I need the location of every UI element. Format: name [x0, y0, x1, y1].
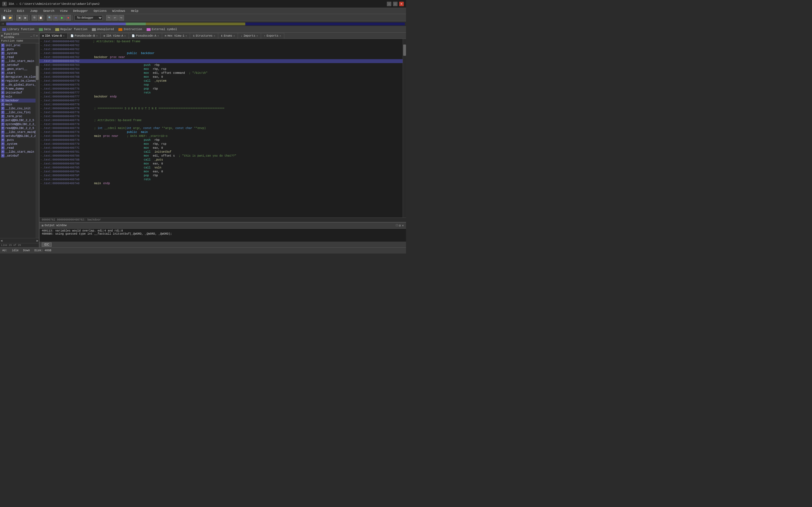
functions-close-btn[interactable]: ✕	[36, 34, 38, 38]
menu-help[interactable]: Help	[128, 9, 141, 13]
fn-item-libc3[interactable]: f __libc_start_main	[0, 150, 36, 154]
fn-item-setvbuf2[interactable]: f setvbuf@@GLIBC_2_2_5	[0, 134, 36, 138]
tab-imports-close[interactable]: ✕	[257, 34, 258, 38]
fn-item-start[interactable]: f _start	[0, 71, 36, 75]
fn-item-system[interactable]: f _system	[0, 51, 36, 55]
functions-list[interactable]: f init_proc f _puts f _system f _read f	[0, 43, 36, 238]
menu-view[interactable]: View	[57, 9, 70, 13]
fn-item-gmon[interactable]: f _gmon_start__	[0, 67, 36, 71]
fn-item-reg[interactable]: f register_tm_clones	[0, 79, 36, 83]
fn-item-puts2[interactable]: f puts@@GLIBC_2_2_5	[0, 118, 36, 122]
tab-exports[interactable]: ↑ Exports ✕	[261, 33, 284, 39]
fn-item-libc2[interactable]: f __libc_start_main@@GLIBC_2_2_5	[0, 130, 36, 134]
fn-item-initsetbuf[interactable]: f initsetbuf	[0, 91, 36, 95]
fn-item-system3[interactable]: f _system	[0, 142, 36, 146]
tab-structures[interactable]: S Structures ✕	[190, 33, 218, 39]
tab-exports-close[interactable]: ✕	[280, 34, 281, 38]
fn-item-csu-init[interactable]: f __libc_csu_init	[0, 107, 36, 110]
code-line-b2: · .text:0000000000400778	[40, 103, 403, 107]
fn-item-read2[interactable]: f read@@GLIBC_2_2_5	[0, 126, 36, 130]
tb-stop[interactable]: ■	[65, 15, 71, 20]
tab-ida-view-b[interactable]: ⊞ IDA View-B ✕	[40, 33, 68, 39]
fn-nav-left[interactable]: ◀	[1, 239, 3, 242]
tab-pseudocode-b[interactable]: 📄 Pseudocode-B ✕	[68, 33, 101, 39]
output-restore-btn[interactable]: □	[396, 224, 398, 227]
tb-copy[interactable]: ⧉	[32, 15, 37, 20]
tab-imports[interactable]: ↓ Imports ✕	[238, 33, 261, 39]
tb-fwd[interactable]: ▶	[22, 15, 28, 20]
menu-options[interactable]: Options	[91, 9, 109, 13]
code-view[interactable]: · .text:0000000000400762 ; Attributes: b…	[40, 39, 403, 217]
fn-item-puts3[interactable]: f _puts	[0, 138, 36, 142]
idc-button[interactable]: IDC	[42, 242, 52, 247]
functions-float-btn[interactable]: □	[33, 34, 35, 38]
tab-hex-close[interactable]: ✕	[186, 34, 187, 38]
tab-pseudocode-a[interactable]: 📄 Pseudocode-A ✕	[129, 33, 162, 39]
code-line-selected[interactable]: · .text:0000000000400762	[40, 59, 403, 63]
fn-item-setvbuf[interactable]: f _setvbuf	[0, 63, 36, 67]
menu-jump[interactable]: Jump	[28, 9, 40, 13]
tb-out[interactable]: ↪	[118, 15, 124, 20]
window-controls: – □ ✕	[387, 2, 404, 6]
fn-item-puts[interactable]: f _puts	[0, 47, 36, 51]
fn-scrollbar[interactable]	[36, 43, 39, 238]
tb-open[interactable]: 📂	[7, 15, 13, 20]
tb-run[interactable]: ▶	[59, 15, 65, 20]
fn-item-global[interactable]: f __do_global_dtors_aux	[0, 83, 36, 87]
menu-edit[interactable]: Edit	[14, 9, 27, 13]
fn-item-backdoor[interactable]: f backdoor	[0, 99, 36, 103]
code-line-int-main: · .text:0000000000400778 ; int __cdecl m…	[40, 126, 403, 130]
fn-item-libc[interactable]: f __libc_start_main	[0, 59, 36, 63]
menu-search[interactable]: Search	[40, 9, 57, 13]
code-scrollbar[interactable]	[403, 39, 406, 217]
maximize-button[interactable]: □	[393, 2, 398, 6]
tab-structures-close[interactable]: ✕	[214, 34, 215, 38]
output-float-btn[interactable]: ⊡	[399, 224, 401, 227]
fn-nav-right[interactable]: ▶	[36, 239, 38, 242]
tab-ida-view-a-close[interactable]: ✕	[124, 34, 126, 38]
tb-back[interactable]: ◀	[16, 15, 22, 20]
fn-item-read3[interactable]: f _read	[0, 146, 36, 150]
fn-item-csu-fini[interactable]: f __libc_csu_fini	[0, 110, 36, 114]
output-close-btn[interactable]: ✕	[402, 224, 404, 227]
tb-hex[interactable]: H	[53, 15, 59, 20]
tab-ida-view-b-close[interactable]: ✕	[63, 34, 64, 38]
tb-paste[interactable]: 📋	[38, 15, 43, 20]
fn-item-system2[interactable]: f system@@GLIBC_2_2_5	[0, 122, 36, 126]
tab-ida-view-a-label: IDA View-A	[106, 34, 123, 38]
code-line-main-proc: · .text:0000000000400778 main proc near …	[40, 134, 403, 138]
menu-debugger[interactable]: Debugger	[70, 9, 91, 13]
fn-item-frame[interactable]: f frame_dummy	[0, 87, 36, 91]
tb-find[interactable]: 🔍	[47, 15, 52, 20]
fn-icon-read3: f	[1, 146, 4, 150]
tab-pseudocode-b-close[interactable]: ✕	[96, 34, 98, 38]
fn-item-vuln[interactable]: f vuln	[0, 95, 36, 99]
tab-hex-view[interactable]: H Hex View-1 ✕	[162, 33, 190, 39]
fn-item-main[interactable]: f main	[0, 103, 36, 107]
fn-item-read[interactable]: f _read	[0, 55, 36, 59]
code-area: ⊞ IDA View-B ✕ 📄 Pseudocode-B ✕ ⊞ IDA Vi…	[40, 33, 406, 247]
minimize-button[interactable]: –	[387, 2, 391, 6]
fn-label-libc: __libc_start_main	[5, 60, 34, 63]
tab-ida-view-a[interactable]: ⊞ IDA View-A ✕	[101, 33, 129, 39]
tb-step[interactable]: ↷	[106, 15, 112, 20]
tab-enums-close[interactable]: ✕	[234, 34, 235, 38]
fn-scrollbar-thumb[interactable]	[36, 66, 39, 80]
code-scrollbar-thumb[interactable]	[403, 45, 406, 56]
fn-item-init-proc[interactable]: f init_proc	[0, 43, 36, 47]
fn-item-setvbuf3[interactable]: f _setvbuf	[0, 154, 36, 158]
fn-item-term[interactable]: f _term_proc	[0, 114, 36, 118]
fn-item-dereg[interactable]: f deregister_tm_clones	[0, 75, 36, 79]
tab-pseudocode-a-close[interactable]: ✕	[157, 34, 159, 38]
close-button[interactable]: ✕	[399, 2, 404, 6]
menu-file[interactable]: File	[1, 9, 14, 13]
code-line-retn-1: · .text:0000000000400777 retn	[40, 91, 403, 95]
menu-windows[interactable]: Windows	[109, 9, 128, 13]
tb-over[interactable]: ↩	[112, 15, 118, 20]
tab-enums-icon: E	[221, 35, 222, 38]
debugger-select[interactable]: No debugger	[74, 15, 103, 20]
functions-minimize-btn[interactable]: _	[31, 34, 32, 38]
segment-map[interactable]	[6, 22, 405, 25]
tab-enums[interactable]: E Enums ✕	[218, 33, 238, 39]
tb-new[interactable]: 📄	[1, 15, 7, 20]
